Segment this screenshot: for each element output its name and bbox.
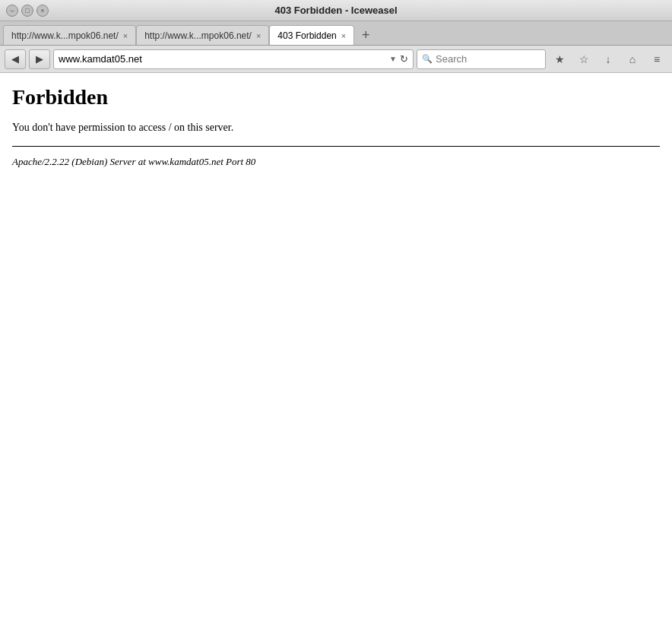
page-heading: Forbidden — [12, 85, 660, 109]
home-icon: ⌂ — [629, 53, 636, 65]
reload-button[interactable]: ↻ — [400, 53, 408, 65]
menu-icon: ≡ — [654, 53, 660, 65]
page-content: Forbidden You don't have permission to a… — [0, 73, 672, 634]
address-dropdown-icon[interactable]: ▼ — [389, 55, 397, 63]
tab-1[interactable]: http://www.k...mpok06.net/ × — [3, 25, 136, 45]
forward-button[interactable]: ▶ — [29, 49, 50, 69]
window-title: 403 Forbidden - Iceweasel — [274, 5, 397, 16]
tab-1-label: http://www.k...mpok06.net/ — [11, 30, 119, 41]
page-body-text: You don't have permission to access / on… — [12, 122, 660, 134]
bookmark-star-button[interactable]: ★ — [549, 49, 570, 69]
back-icon: ◀ — [11, 53, 19, 65]
maximize-button[interactable]: □ — [21, 5, 33, 17]
bookmark2-icon: ☆ — [579, 53, 589, 65]
page-footer: Apache/2.2.22 (Debian) Server at www.kam… — [12, 156, 660, 168]
page-divider — [12, 146, 660, 147]
toolbar-icons: ★ ☆ ↓ ⌂ ≡ — [549, 49, 667, 69]
bookmark-icon: ★ — [555, 53, 565, 65]
tab-1-close[interactable]: × — [123, 31, 128, 40]
address-bar[interactable]: ▼ ↻ — [53, 49, 414, 69]
back-button[interactable]: ◀ — [5, 49, 26, 69]
download-icon: ↓ — [606, 53, 611, 65]
home-button[interactable]: ⌂ — [622, 49, 643, 69]
tab-2-close[interactable]: × — [256, 31, 261, 40]
tab-3[interactable]: 403 Forbidden × — [269, 25, 354, 45]
title-bar: – □ × 403 Forbidden - Iceweasel — [0, 0, 672, 21]
tab-bar: http://www.k...mpok06.net/ × http://www.… — [0, 21, 672, 46]
tab-2-label: http://www.k...mpok06.net/ — [144, 30, 252, 41]
address-input[interactable] — [59, 53, 386, 65]
forward-icon: ▶ — [36, 53, 43, 65]
minimize-button[interactable]: – — [6, 5, 18, 17]
tab-2[interactable]: http://www.k...mpok06.net/ × — [136, 25, 269, 45]
window-controls: – □ × — [6, 5, 49, 17]
new-tab-button[interactable]: + — [356, 25, 376, 45]
bookmark-button[interactable]: ☆ — [573, 49, 594, 69]
menu-button[interactable]: ≡ — [646, 49, 667, 69]
nav-bar: ◀ ▶ ▼ ↻ 🔍 ★ ☆ ↓ ⌂ ≡ — [0, 46, 672, 73]
search-input[interactable] — [436, 53, 563, 65]
tab-3-label: 403 Forbidden — [277, 30, 336, 41]
close-button[interactable]: × — [36, 5, 49, 17]
search-icon: 🔍 — [422, 54, 433, 64]
tab-3-close[interactable]: × — [341, 31, 346, 40]
download-button[interactable]: ↓ — [598, 49, 619, 69]
search-bar[interactable]: 🔍 — [417, 49, 546, 69]
